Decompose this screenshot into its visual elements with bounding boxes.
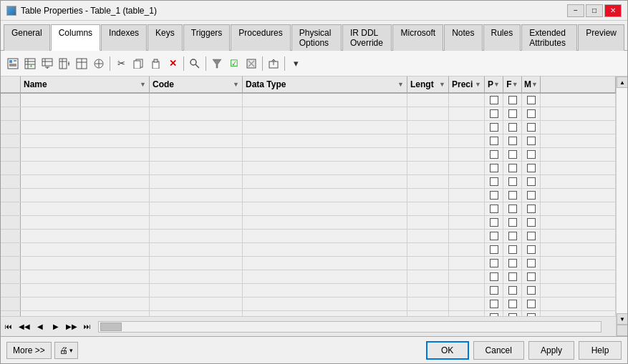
table-row[interactable] [1, 284, 616, 297]
close-button[interactable]: ✕ [604, 4, 622, 17]
cell-datatype[interactable] [243, 270, 407, 283]
cell-length[interactable] [407, 121, 449, 134]
cell-p[interactable] [485, 148, 503, 161]
tab-procedures[interactable]: Procedures [231, 24, 290, 51]
toolbar-check-button[interactable]: ☑ [226, 56, 242, 72]
toolbar-add-col-button[interactable] [57, 56, 72, 72]
table-row[interactable] [1, 230, 616, 243]
toolbar-paste-button[interactable] [148, 56, 163, 72]
cell-datatype[interactable] [243, 202, 407, 215]
checkbox-m[interactable] [527, 150, 536, 159]
checkbox-f[interactable] [508, 259, 517, 267]
cell-p[interactable] [485, 175, 503, 188]
cell-name[interactable] [21, 270, 150, 283]
toolbar-properties-button[interactable] [5, 56, 21, 72]
cell-name[interactable] [21, 148, 150, 161]
cell-length[interactable] [407, 134, 449, 147]
tab-ir-ddl-override[interactable]: IR DDL Override [342, 24, 392, 51]
header-datatype[interactable]: Data Type ▼ [243, 77, 407, 92]
table-row[interactable] [1, 216, 616, 230]
cell-code[interactable] [150, 134, 243, 147]
cell-f[interactable] [503, 297, 522, 310]
checkbox-m[interactable] [527, 218, 536, 227]
toolbar-add-row-button[interactable]: + [22, 56, 38, 72]
cell-p[interactable] [485, 121, 503, 134]
nav-next-button[interactable]: ▶ [48, 320, 64, 334]
cell-p[interactable] [485, 107, 503, 120]
cell-datatype[interactable] [243, 216, 407, 229]
header-name[interactable]: Name ▼ [21, 77, 150, 92]
cell-p[interactable] [485, 257, 503, 270]
header-p[interactable]: P ▼ [485, 77, 503, 92]
table-row[interactable] [1, 311, 616, 316]
checkbox-p[interactable] [490, 191, 498, 200]
cell-preci[interactable] [449, 216, 485, 229]
cell-f[interactable] [503, 311, 522, 316]
cell-preci[interactable] [449, 107, 485, 120]
cell-f[interactable] [503, 148, 522, 161]
cell-name[interactable] [21, 94, 150, 107]
table-row[interactable] [1, 134, 616, 148]
cell-p[interactable] [485, 216, 503, 229]
checkbox-p[interactable] [490, 96, 498, 104]
header-m[interactable]: M ▼ [522, 77, 541, 92]
cell-name[interactable] [21, 121, 150, 134]
cell-length[interactable] [407, 270, 449, 283]
cell-m[interactable] [522, 311, 541, 316]
checkbox-f[interactable] [508, 150, 517, 159]
cell-preci[interactable] [449, 230, 485, 242]
checkbox-m[interactable] [527, 205, 536, 213]
cell-code[interactable] [150, 162, 243, 174]
cell-datatype[interactable] [243, 284, 407, 297]
checkbox-f[interactable] [508, 191, 517, 200]
cell-f[interactable] [503, 270, 522, 283]
checkbox-p[interactable] [490, 123, 498, 132]
table-row[interactable] [1, 162, 616, 175]
cell-name[interactable] [21, 175, 150, 188]
cell-name[interactable] [21, 284, 150, 297]
header-preci[interactable]: Preci ▼ [449, 77, 485, 92]
checkbox-p[interactable] [490, 300, 498, 308]
cell-preci[interactable] [449, 202, 485, 215]
cell-f[interactable] [503, 284, 522, 297]
table-row[interactable] [1, 94, 616, 107]
cell-m[interactable] [522, 216, 541, 229]
tab-microsoft[interactable]: Microsoft [392, 24, 443, 51]
checkbox-m[interactable] [527, 123, 536, 132]
cell-length[interactable] [407, 175, 449, 188]
cell-f[interactable] [503, 230, 522, 242]
cell-preci[interactable] [449, 134, 485, 147]
table-row[interactable] [1, 175, 616, 189]
checkbox-f[interactable] [508, 137, 517, 145]
checkbox-m[interactable] [527, 109, 536, 118]
checkbox-f[interactable] [508, 109, 517, 118]
cell-length[interactable] [407, 284, 449, 297]
cell-code[interactable] [150, 121, 243, 134]
tab-indexes[interactable]: Indexes [101, 24, 147, 51]
cell-f[interactable] [503, 94, 522, 107]
cell-m[interactable] [522, 134, 541, 147]
cell-datatype[interactable] [243, 148, 407, 161]
tab-extended-attributes[interactable]: Extended Attributes [521, 24, 577, 51]
checkbox-m[interactable] [527, 96, 536, 104]
header-f[interactable]: F ▼ [503, 77, 522, 92]
cell-name[interactable] [21, 134, 150, 147]
cell-name[interactable] [21, 202, 150, 215]
checkbox-m[interactable] [527, 164, 536, 172]
table-row[interactable] [1, 297, 616, 311]
checkbox-f[interactable] [508, 164, 517, 172]
cell-f[interactable] [503, 216, 522, 229]
checkbox-m[interactable] [527, 286, 536, 295]
toolbar-dropdown-button[interactable]: ▾ [288, 56, 304, 72]
table-row[interactable] [1, 257, 616, 270]
cell-p[interactable] [485, 270, 503, 283]
cell-length[interactable] [407, 257, 449, 270]
cell-datatype[interactable] [243, 162, 407, 174]
cell-length[interactable] [407, 202, 449, 215]
checkbox-p[interactable] [490, 272, 498, 281]
checkbox-p[interactable] [490, 232, 498, 240]
toolbar-manage-button[interactable] [91, 56, 107, 72]
cell-length[interactable] [407, 230, 449, 242]
checkbox-f[interactable] [508, 286, 517, 295]
cell-code[interactable] [150, 311, 243, 316]
